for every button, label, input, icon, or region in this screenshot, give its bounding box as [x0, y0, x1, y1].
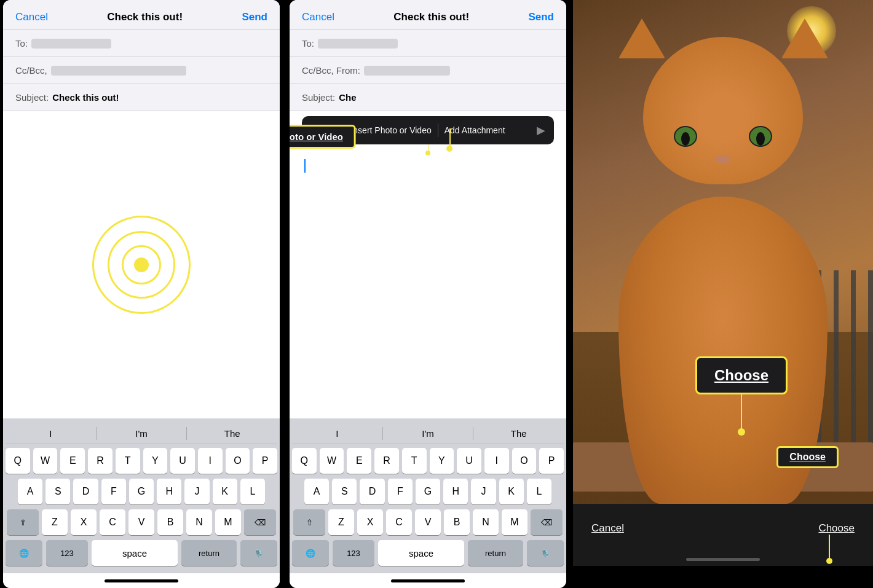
key-p-1[interactable]: P [253, 448, 277, 474]
key-return-2[interactable]: return [468, 540, 523, 566]
key-e-1[interactable]: E [60, 448, 85, 474]
key-shift-1[interactable]: ⇧ [7, 509, 39, 535]
key-backspace-2[interactable]: ⌫ [531, 509, 563, 535]
key-i-1[interactable]: I [198, 448, 223, 474]
cc-value-blur-2 [364, 66, 450, 76]
cancel-button-2[interactable]: Cancel [302, 11, 334, 23]
key-n-2[interactable]: N [473, 509, 499, 535]
suggestion-i-2[interactable]: I [292, 427, 383, 440]
key-z-1[interactable]: Z [42, 509, 68, 535]
mail-body-tap-area-1[interactable] [3, 111, 280, 418]
key-h-2[interactable]: H [443, 479, 468, 504]
choose-callout: Choose [695, 356, 788, 394]
key-space-1[interactable]: space [92, 540, 178, 566]
key-backspace-1[interactable]: ⌫ [244, 509, 276, 535]
choose-bottom-line [829, 535, 830, 559]
key-x-1[interactable]: X [71, 509, 97, 535]
key-h-1[interactable]: H [157, 479, 181, 504]
key-b-2[interactable]: B [444, 509, 470, 535]
suggestion-i-1[interactable]: I [6, 427, 97, 440]
key-f-2[interactable]: F [388, 479, 413, 504]
cat-pupil-left [681, 132, 690, 146]
key-mic-2[interactable]: 🎙️ [527, 540, 564, 566]
to-field-2: To: [290, 30, 566, 57]
choose-callout-line [741, 393, 742, 429]
key-g-2[interactable]: G [416, 479, 440, 504]
key-num-2[interactable]: 123 [333, 540, 374, 566]
choose-callout-text: Choose [714, 367, 768, 383]
key-d-2[interactable]: D [360, 479, 384, 504]
key-m-1[interactable]: M [215, 509, 241, 535]
choose-callout-dot [738, 428, 745, 436]
key-globe-1[interactable]: 🌐 [6, 540, 42, 566]
suggestion-the-1[interactable]: The [187, 427, 277, 440]
key-o-2[interactable]: O [512, 448, 537, 474]
cancel-button-1[interactable]: Cancel [15, 11, 48, 23]
context-menu-insert-photo[interactable]: Insert Photo or Video [344, 125, 437, 135]
key-a-1[interactable]: A [18, 479, 42, 504]
key-w-1[interactable]: W [33, 448, 58, 474]
key-space-2[interactable]: space [378, 540, 464, 566]
key-mic-1[interactable]: 🎙️ [240, 540, 277, 566]
send-button-2[interactable]: Send [528, 11, 554, 23]
suggestion-the-2[interactable]: The [473, 427, 564, 440]
key-q-1[interactable]: Q [6, 448, 30, 474]
key-d-1[interactable]: D [73, 479, 98, 504]
key-j-2[interactable]: J [471, 479, 496, 504]
key-r-1[interactable]: R [88, 448, 113, 474]
key-s-1[interactable]: S [45, 479, 70, 504]
subject-field-2: Subject: Che [290, 84, 566, 111]
photo-cancel-button[interactable]: Cancel [591, 522, 624, 535]
key-u-2[interactable]: U [457, 448, 481, 474]
to-label-1: To: [15, 38, 28, 49]
key-f-1[interactable]: F [101, 479, 126, 504]
key-p-2[interactable]: P [539, 448, 564, 474]
key-y-2[interactable]: Y [430, 448, 454, 474]
to-value-blur-2 [318, 39, 398, 49]
key-r-2[interactable]: R [374, 448, 399, 474]
mail-header-1: Cancel Check this out! Send [3, 0, 280, 30]
ring-center [134, 257, 149, 272]
photo-choose-button[interactable]: Choose [818, 522, 855, 534]
key-v-2[interactable]: V [415, 509, 441, 535]
key-num-1[interactable]: 123 [46, 540, 88, 566]
key-row-3-2: ⇧ Z X C V B N M ⌫ [292, 509, 564, 535]
photo-home-bar [686, 558, 760, 561]
mail-body-2[interactable]: Insert Photo or Video ◀ Insert Photo or … [290, 111, 566, 418]
key-v-1[interactable]: V [128, 509, 154, 535]
key-t-2[interactable]: T [402, 448, 427, 474]
suggestion-im-1[interactable]: I'm [97, 427, 188, 440]
key-t-1[interactable]: T [116, 448, 140, 474]
subject-value-2: Che [339, 92, 356, 103]
key-m-2[interactable]: M [502, 509, 527, 535]
key-l-1[interactable]: L [240, 479, 265, 504]
key-x-2[interactable]: X [357, 509, 383, 535]
key-y-1[interactable]: Y [143, 448, 168, 474]
key-u-1[interactable]: U [170, 448, 195, 474]
key-k-2[interactable]: K [499, 479, 524, 504]
phone-panel-2: Cancel Check this out! Send To: Cc/Bcc, … [290, 0, 566, 588]
key-row-2-1: A S D F G H J K L [6, 479, 277, 504]
key-shift-2[interactable]: ⇧ [293, 509, 325, 535]
key-k-1[interactable]: K [213, 479, 237, 504]
key-a-2[interactable]: A [304, 479, 329, 504]
key-return-1[interactable]: return [181, 540, 237, 566]
context-menu-arrow-right[interactable]: ▶ [532, 123, 550, 137]
key-c-1[interactable]: C [100, 509, 125, 535]
key-e-2[interactable]: E [347, 448, 371, 474]
key-n-1[interactable]: N [186, 509, 212, 535]
send-button-1[interactable]: Send [242, 11, 267, 23]
key-globe-2[interactable]: 🌐 [292, 540, 329, 566]
key-l-2[interactable]: L [527, 479, 551, 504]
key-z-2[interactable]: Z [328, 509, 354, 535]
key-w-2[interactable]: W [320, 448, 344, 474]
key-o-1[interactable]: O [226, 448, 250, 474]
key-i-2[interactable]: I [484, 448, 509, 474]
suggestion-im-2[interactable]: I'm [383, 427, 474, 440]
key-s-2[interactable]: S [332, 479, 357, 504]
key-g-1[interactable]: G [129, 479, 154, 504]
key-b-1[interactable]: B [157, 509, 183, 535]
key-c-2[interactable]: C [386, 509, 412, 535]
key-j-1[interactable]: J [184, 479, 209, 504]
key-q-2[interactable]: Q [292, 448, 317, 474]
